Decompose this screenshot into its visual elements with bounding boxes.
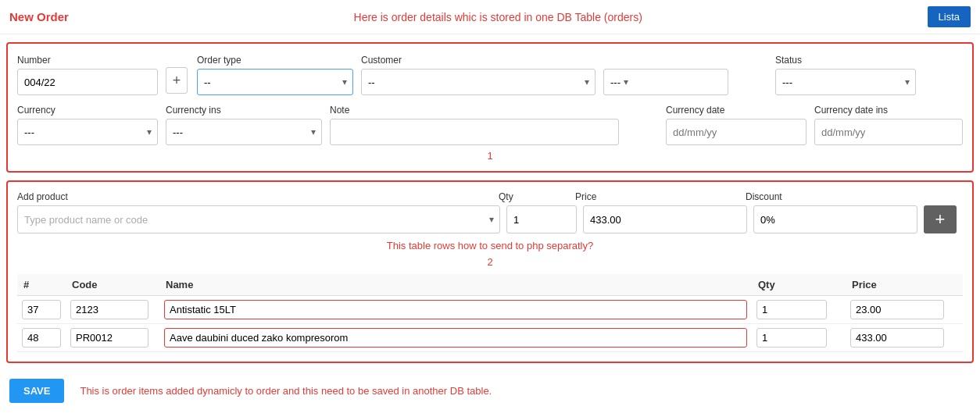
row-price-input[interactable] [850, 328, 944, 348]
note-field-group: Note [330, 105, 619, 145]
col-header-code: Code [66, 274, 159, 296]
add-product-section: Add product Qty Price Discount Type prod… [6, 180, 974, 363]
col-header-qty: Qty [752, 274, 846, 296]
currency-date-label: Currency date [666, 105, 807, 116]
table-row [17, 324, 963, 352]
currency-ins-select-wrapper: --- [166, 119, 322, 145]
price-input[interactable] [583, 205, 747, 233]
cell-qty [752, 296, 846, 324]
cell-code [66, 324, 159, 352]
cell-code [66, 296, 159, 324]
currency-select-wrapper: --- [17, 119, 158, 145]
cell-qty [752, 324, 846, 352]
row-code-input[interactable] [70, 328, 148, 348]
order-type-field-group: Order type -- [197, 55, 353, 95]
number-input[interactable] [17, 69, 158, 95]
status-label: Status [775, 55, 916, 66]
note-label: Note [330, 105, 619, 116]
order-type-select[interactable]: -- [197, 69, 353, 95]
product-section-annotation-num: 2 [487, 256, 492, 268]
currency-date-input[interactable] [666, 119, 807, 145]
col-header-price: Price [846, 274, 963, 296]
status-field-group: Status --- [775, 55, 916, 95]
cell-id [17, 324, 66, 352]
add-number-button[interactable]: + [166, 67, 188, 94]
discount-input[interactable] [753, 205, 917, 233]
header-center-note: Here is order details whic is stored in … [69, 11, 928, 23]
currency-ins-label: Currencty ins [166, 105, 322, 116]
row-qty-input[interactable] [756, 300, 827, 319]
cell-name [159, 296, 752, 324]
table-row [17, 296, 963, 324]
top-bar: New Order Here is order details whic is … [0, 0, 980, 34]
unnamed-select-wrapper: --- [603, 69, 635, 95]
customer-label: Customer [361, 55, 596, 66]
bottom-bar: SAVE This is order items added dynamicly… [0, 371, 980, 411]
order-type-select-wrapper: -- [197, 69, 353, 95]
customer-field-group: Customer -- [361, 55, 596, 95]
qty-input[interactable] [506, 205, 577, 233]
currency-date-field-group: Currency date [666, 105, 807, 145]
customer-select[interactable]: -- [361, 69, 596, 95]
currency-select[interactable]: --- [17, 119, 158, 145]
cell-price [846, 324, 963, 352]
bottom-note: This is order items added dynamicly to o… [80, 385, 492, 397]
customer-select-wrapper: -- [361, 69, 596, 95]
cell-name [159, 324, 752, 352]
row-name-input[interactable] [164, 300, 747, 319]
new-order-title: New Order [9, 10, 69, 23]
cell-price [846, 296, 963, 324]
add-product-button[interactable]: + [924, 205, 957, 233]
currency-date-ins-input[interactable] [814, 119, 963, 145]
save-button[interactable]: SAVE [9, 379, 64, 403]
note-input[interactable] [330, 119, 619, 145]
cell-id [17, 296, 66, 324]
status-select-wrapper: --- [775, 69, 916, 95]
row-id-input[interactable] [22, 300, 61, 319]
order-details-section: Number + Order type -- Customer -- - [6, 42, 974, 173]
number-label: Number [17, 55, 158, 66]
row-id-input[interactable] [22, 328, 61, 348]
status-select[interactable]: --- [775, 69, 916, 95]
row-qty-input[interactable] [756, 328, 827, 348]
price-col-label: Price [575, 191, 739, 202]
currency-ins-select[interactable]: --- [166, 119, 322, 145]
product-select-wrapper: Type product name or code [17, 205, 500, 233]
discount-col-label: Discount [746, 191, 910, 202]
row-name-input[interactable] [164, 328, 747, 348]
order-type-label: Order type [197, 55, 353, 66]
add-product-label: Add product [17, 191, 492, 202]
unnamed-select[interactable]: --- [603, 69, 728, 95]
currency-ins-field-group: Currencty ins --- [166, 105, 322, 145]
table-header-row: # Code Name Qty Price [17, 274, 963, 296]
row-code-input[interactable] [70, 300, 148, 319]
currency-date-ins-label: Currency date ins [814, 105, 963, 116]
col-header-hash: # [17, 274, 66, 296]
row-price-input[interactable] [850, 300, 944, 319]
col-header-name: Name [159, 274, 752, 296]
currency-label: Currency [17, 105, 158, 116]
qty-col-label: Qty [499, 191, 569, 202]
products-table: # Code Name Qty Price [17, 274, 963, 352]
product-select[interactable]: Type product name or code [17, 205, 500, 233]
currency-date-ins-field-group: Currency date ins [814, 105, 963, 145]
table-annotation-text: This table rows how to send to php separ… [387, 240, 593, 251]
currency-field-group: Currency --- [17, 105, 158, 145]
list-button[interactable]: Lista [928, 6, 971, 27]
order-section-annotation: 1 [487, 150, 492, 162]
number-field-group: Number [17, 55, 158, 95]
